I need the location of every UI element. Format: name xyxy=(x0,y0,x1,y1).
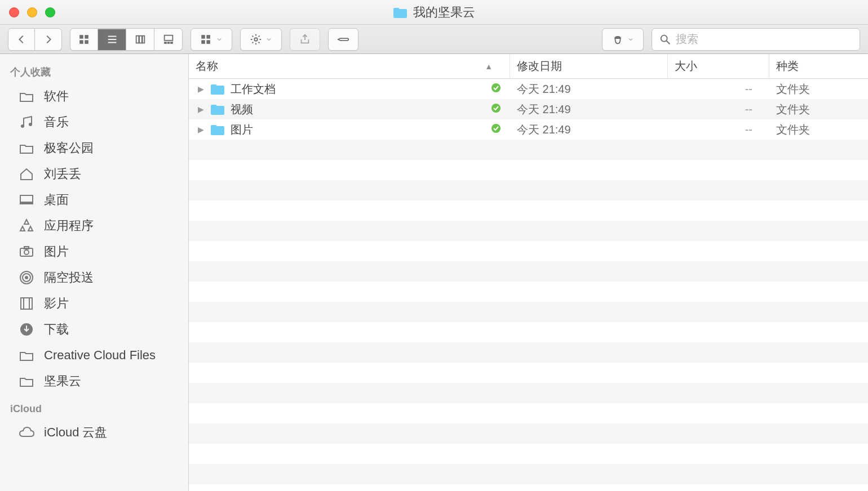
sidebar-item-label: 图片 xyxy=(44,243,69,260)
svg-rect-7 xyxy=(136,35,139,43)
folder-icon xyxy=(393,6,408,19)
sidebar-item-label: 坚果云 xyxy=(44,373,81,390)
sidebar-item-label: 隔空投送 xyxy=(44,269,94,286)
file-name: 工作文档 xyxy=(231,82,276,97)
forward-button[interactable] xyxy=(35,28,62,51)
sidebar-item-applications[interactable]: 应用程序 xyxy=(0,213,188,239)
svg-point-35 xyxy=(491,83,501,92)
svg-rect-10 xyxy=(164,35,172,40)
search-icon xyxy=(659,33,671,46)
svg-rect-13 xyxy=(170,42,172,43)
camera-icon xyxy=(18,243,35,260)
file-kind: 文件夹 xyxy=(769,82,868,97)
svg-point-21 xyxy=(21,124,24,128)
search-input[interactable] xyxy=(676,33,853,46)
sidebar-item-creative-cloud[interactable]: Creative Cloud Files xyxy=(0,342,188,368)
sidebar-item-label: 极客公园 xyxy=(44,140,94,157)
action-button[interactable] xyxy=(240,28,282,51)
back-button[interactable] xyxy=(8,28,35,51)
sidebar-item-nutcloud[interactable]: 坚果云 xyxy=(0,368,188,394)
sidebar-item-label: 刘丢丢 xyxy=(44,166,81,182)
sidebar-item-home[interactable]: 刘丢丢 xyxy=(0,161,188,187)
column-header-label: 修改日期 xyxy=(517,59,562,74)
acorn-icon xyxy=(612,33,624,46)
window-title: 我的坚果云 xyxy=(393,4,475,21)
folder-icon xyxy=(210,83,225,95)
sidebar: 个人收藏 软件 音乐 极客公园 刘丢丢 桌面 应用程序 图片 xyxy=(0,54,189,491)
arrange-icon xyxy=(200,33,212,46)
disclosure-triangle-icon[interactable]: ▶ xyxy=(197,84,205,93)
list-view-button[interactable] xyxy=(98,28,126,51)
nav-buttons xyxy=(8,28,62,51)
sidebar-item-software[interactable]: 软件 xyxy=(0,83,188,109)
column-header-date[interactable]: 修改日期 xyxy=(510,54,668,78)
tag-icon xyxy=(337,33,349,46)
sidebar-item-downloads[interactable]: 下载 xyxy=(0,316,188,342)
gallery-view-button[interactable] xyxy=(154,28,183,51)
sidebar-item-geekpark[interactable]: 极客公园 xyxy=(0,135,188,161)
svg-rect-1 xyxy=(85,35,88,38)
sidebar-item-pictures[interactable]: 图片 xyxy=(0,239,188,265)
app-menu-button[interactable] xyxy=(602,28,644,51)
sidebar-item-music[interactable]: 音乐 xyxy=(0,109,188,135)
folder-icon xyxy=(18,88,35,105)
tags-button[interactable] xyxy=(328,28,358,51)
sidebar-item-icloud-drive[interactable]: iCloud 云盘 xyxy=(0,419,188,445)
arrange-button[interactable] xyxy=(191,28,232,51)
svg-rect-12 xyxy=(167,42,170,43)
movies-icon xyxy=(18,295,35,312)
svg-point-28 xyxy=(25,276,28,279)
sidebar-item-label: 软件 xyxy=(44,88,69,105)
toolbar xyxy=(0,25,868,54)
desktop-icon xyxy=(18,191,35,208)
file-kind: 文件夹 xyxy=(769,102,868,117)
close-window-button[interactable] xyxy=(9,7,19,17)
column-view-button[interactable] xyxy=(126,28,154,51)
sidebar-item-movies[interactable]: 影片 xyxy=(0,291,188,316)
file-row[interactable]: ▶ 视频 今天 21:49 -- 文件夹 xyxy=(189,99,868,119)
column-headers: 名称 ▲ 修改日期 大小 种类 xyxy=(189,54,868,79)
svg-rect-0 xyxy=(80,35,83,38)
disclosure-triangle-icon[interactable]: ▶ xyxy=(197,105,205,114)
gallery-icon xyxy=(162,33,175,46)
sidebar-item-label: 影片 xyxy=(44,295,69,312)
music-icon xyxy=(18,114,35,131)
sidebar-item-label: 音乐 xyxy=(44,114,69,131)
column-header-kind[interactable]: 种类 xyxy=(769,54,868,78)
share-icon xyxy=(299,33,311,46)
icon-view-button[interactable] xyxy=(70,28,98,51)
file-row[interactable]: ▶ 图片 今天 21:49 -- 文件夹 xyxy=(189,119,868,140)
column-header-size[interactable]: 大小 xyxy=(668,54,769,78)
file-kind: 文件夹 xyxy=(769,122,868,137)
sidebar-item-airdrop[interactable]: 隔空投送 xyxy=(0,265,188,291)
svg-rect-17 xyxy=(207,40,210,43)
sidebar-item-desktop[interactable]: 桌面 xyxy=(0,187,188,213)
folder-icon xyxy=(210,103,225,115)
disclosure-triangle-icon[interactable]: ▶ xyxy=(197,125,205,134)
svg-point-36 xyxy=(491,104,501,113)
share-button[interactable] xyxy=(290,28,320,51)
grid-icon xyxy=(78,33,90,46)
file-date: 今天 21:49 xyxy=(510,82,668,97)
svg-rect-16 xyxy=(207,35,210,38)
gear-icon xyxy=(250,33,262,46)
sync-ok-icon xyxy=(491,83,501,96)
svg-rect-3 xyxy=(85,40,88,43)
file-rows: ▶ 工作文档 今天 21:49 -- 文件夹 ▶ 视频 xyxy=(189,79,868,491)
minimize-window-button[interactable] xyxy=(27,7,37,17)
column-header-name[interactable]: 名称 ▲ xyxy=(189,54,510,78)
column-header-label: 名称 xyxy=(196,59,218,74)
file-row[interactable]: ▶ 工作文档 今天 21:49 -- 文件夹 xyxy=(189,79,868,99)
svg-rect-11 xyxy=(164,42,166,43)
sidebar-item-label: 应用程序 xyxy=(44,217,94,234)
zoom-window-button[interactable] xyxy=(45,7,55,17)
file-size: -- xyxy=(668,123,769,136)
chevron-down-icon xyxy=(216,33,223,46)
home-icon xyxy=(18,166,35,182)
svg-rect-24 xyxy=(20,202,33,204)
search-field[interactable] xyxy=(652,28,860,51)
file-date: 今天 21:49 xyxy=(510,122,668,137)
sort-ascending-icon: ▲ xyxy=(485,62,493,71)
svg-rect-2 xyxy=(80,40,83,43)
sidebar-item-label: Creative Cloud Files xyxy=(44,348,156,363)
